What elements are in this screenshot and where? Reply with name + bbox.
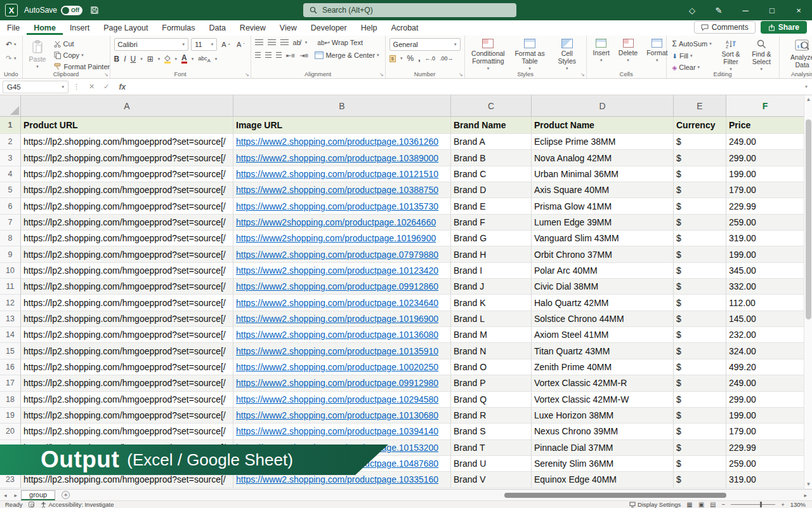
cell-product-name[interactable]: Halo Quartz 42MM xyxy=(532,295,674,311)
decrease-font-button[interactable]: Aˇ xyxy=(235,40,247,49)
cell-product-name[interactable]: Nova Analog 42MM xyxy=(532,150,674,166)
column-header-E[interactable]: E xyxy=(674,95,726,116)
cell-brand-name[interactable]: Brand T xyxy=(451,440,532,456)
cell-product-name[interactable]: Eclipse Prime 38MM xyxy=(532,134,674,150)
cell-image-url[interactable]: https://www2.shopping.com/productpage.10… xyxy=(233,343,451,359)
styles-dialog-launcher-icon[interactable]: ↘ xyxy=(580,72,585,77)
cell-price[interactable]: 179.00 xyxy=(726,182,804,198)
cell-currency[interactable]: $ xyxy=(674,198,726,214)
cell-brand-name[interactable]: Brand J xyxy=(451,279,532,295)
row-number[interactable]: 4 xyxy=(0,166,21,182)
cell-price[interactable]: 199.00 xyxy=(726,166,804,182)
header-cell[interactable]: Product Name xyxy=(532,117,674,134)
cell-product-url[interactable]: https://lp2.shopping.com/hmgoepprod?set=… xyxy=(21,392,233,408)
cell-brand-name[interactable]: Brand S xyxy=(451,424,532,439)
align-left-icon[interactable] xyxy=(255,52,261,58)
menu-tab-page-layout[interactable]: Page Layout xyxy=(96,22,155,35)
row-number[interactable]: 17 xyxy=(0,375,21,391)
page-layout-view-icon[interactable]: ▣ xyxy=(698,501,704,508)
cell-price[interactable]: 259.00 xyxy=(726,456,804,472)
fill-color-button[interactable]: ◇ xyxy=(164,55,170,64)
page-break-view-icon[interactable]: ▤ xyxy=(710,501,716,508)
zoom-slider-thumb[interactable] xyxy=(760,502,762,507)
cell-product-url[interactable]: https://lp2.shopping.com/hmgoepprod?set=… xyxy=(21,295,233,311)
zoom-slider[interactable] xyxy=(731,504,775,505)
menu-tab-review[interactable]: Review xyxy=(233,22,273,35)
row-number[interactable]: 12 xyxy=(0,295,21,311)
cell-product-name[interactable]: Zenith Prime 40MM xyxy=(532,359,674,375)
cell-currency[interactable]: $ xyxy=(674,231,726,246)
cell-brand-name[interactable]: Brand Q xyxy=(451,392,532,408)
cell-currency[interactable]: $ xyxy=(674,150,726,166)
cell-product-url[interactable]: https://lp2.shopping.com/hmgoepprod?set=… xyxy=(21,215,233,231)
cell-image-url[interactable]: https://www2.shopping.com/productpage.10… xyxy=(233,327,451,343)
cancel-icon[interactable]: ✕ xyxy=(84,83,99,91)
cell-price[interactable]: 319.00 xyxy=(726,231,804,246)
share-button[interactable]: Share xyxy=(761,21,807,34)
column-header-B[interactable]: B xyxy=(233,95,451,116)
name-box[interactable]: G45▾ xyxy=(3,81,69,93)
enter-icon[interactable]: ✓ xyxy=(99,83,114,91)
underline-button[interactable]: U xyxy=(131,55,136,64)
cell-brand-name[interactable]: Brand P xyxy=(451,375,532,391)
next-sheet-icon[interactable]: ▸ xyxy=(11,492,22,498)
cell-product-url[interactable]: https://lp2.shopping.com/hmgoepprod?set=… xyxy=(21,231,233,246)
row-number[interactable]: 2 xyxy=(0,134,21,150)
format-as-table-button[interactable]: Format as Table▾ xyxy=(511,38,548,72)
header-cell[interactable]: Price xyxy=(726,117,804,134)
row-number[interactable]: 16 xyxy=(0,359,21,375)
row-number[interactable]: 9 xyxy=(0,246,21,262)
alignment-dialog-launcher-icon[interactable]: ↘ xyxy=(379,72,384,77)
menu-tab-view[interactable]: View xyxy=(273,22,304,35)
cell-price[interactable]: 199.00 xyxy=(726,246,804,262)
name-box-splitter[interactable]: ⋮ xyxy=(69,83,84,91)
analyze-data-button[interactable]: Analyze Data xyxy=(783,39,812,69)
copy-button[interactable]: Copy▾ xyxy=(52,51,112,60)
column-header-F[interactable]: F xyxy=(726,95,804,116)
row-number[interactable]: 1 xyxy=(0,117,21,134)
menu-tab-developer[interactable]: Developer xyxy=(304,22,354,35)
cell-currency[interactable]: $ xyxy=(674,375,726,391)
sheet-tab-group[interactable]: group xyxy=(21,490,55,500)
row-number[interactable]: 3 xyxy=(0,150,21,166)
cell-price[interactable]: 259.00 xyxy=(726,215,804,231)
cell-product-name[interactable]: Axiom Steel 41MM xyxy=(532,327,674,343)
cell-currency[interactable]: $ xyxy=(674,279,726,295)
merge-center-button[interactable]: Merge & Center▾ xyxy=(313,51,381,60)
font-dialog-launcher-icon[interactable]: ↘ xyxy=(245,72,249,77)
scroll-right-icon[interactable]: ▸ xyxy=(804,492,807,498)
italic-button[interactable]: I xyxy=(124,55,126,64)
cell-currency[interactable]: $ xyxy=(674,166,726,182)
cell-price[interactable]: 332.00 xyxy=(726,279,804,295)
cell-product-url[interactable]: https://lp2.shopping.com/hmgoepprod?set=… xyxy=(21,198,233,214)
decrease-decimal-button[interactable]: .00→ xyxy=(440,55,454,62)
cell-product-url[interactable]: https://lp2.shopping.com/hmgoepprod?set=… xyxy=(21,246,233,262)
cell-currency[interactable]: $ xyxy=(674,134,726,150)
conditional-formatting-button[interactable]: Conditional Formatting▾ xyxy=(469,38,508,72)
cell-product-url[interactable]: https://lp2.shopping.com/hmgoepprod?set=… xyxy=(21,408,233,424)
cell-brand-name[interactable]: Brand G xyxy=(451,231,532,246)
align-middle-icon[interactable] xyxy=(268,39,276,46)
insert-cells-button[interactable]: Insert▾ xyxy=(591,38,612,64)
font-color-button[interactable]: A xyxy=(181,55,187,64)
prev-sheet-icon[interactable]: ◂ xyxy=(0,492,11,498)
cell-currency[interactable]: $ xyxy=(674,424,726,439)
row-number[interactable]: 14 xyxy=(0,327,21,343)
premium-diamond-icon[interactable]: ◇ xyxy=(679,0,705,20)
vertical-scrollbar[interactable]: ▲ ▼ xyxy=(804,95,812,489)
zoom-out-icon[interactable]: − xyxy=(722,501,726,508)
align-right-icon[interactable] xyxy=(276,52,282,58)
cell-image-url[interactable]: https://www2.shopping.com/productpage.10… xyxy=(233,359,451,375)
cell-currency[interactable]: $ xyxy=(674,472,726,488)
row-number[interactable]: 11 xyxy=(0,279,21,295)
cell-image-url[interactable]: https://www2.shopping.com/productpage.10… xyxy=(233,311,451,327)
menu-tab-insert[interactable]: Insert xyxy=(63,22,96,35)
cell-currency[interactable]: $ xyxy=(674,359,726,375)
cell-image-url[interactable]: https://www2.shopping.com/productpage.10… xyxy=(233,166,451,182)
cell-image-url[interactable]: https://www2.shopping.com/productpage.10… xyxy=(233,263,451,279)
bold-button[interactable]: B xyxy=(114,55,120,64)
cell-product-url[interactable]: https://lp2.shopping.com/hmgoepprod?set=… xyxy=(21,166,233,182)
cell-product-name[interactable]: Luxe Horizon 38MM xyxy=(532,408,674,424)
cell-brand-name[interactable]: Brand U xyxy=(451,456,532,472)
cell-image-url[interactable]: https://www2.shopping.com/productpage.09… xyxy=(233,279,451,295)
